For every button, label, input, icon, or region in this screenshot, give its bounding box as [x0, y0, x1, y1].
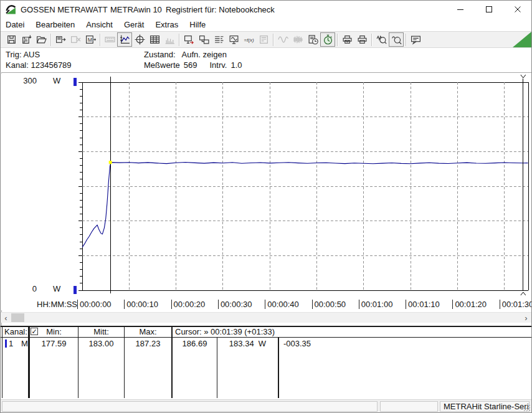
menu-ansicht[interactable]: Ansicht: [80, 19, 118, 31]
channel-color-marker-top: [74, 78, 77, 86]
app-window: GOSSEN METRAWATT METRAwin 10 Registriert…: [0, 0, 532, 413]
maximize-button[interactable]: [475, 1, 503, 18]
toolbar-button-xy-view[interactable]: [132, 32, 147, 47]
row-channel-flag: M: [21, 339, 28, 348]
toolbar-button-zoom-wave[interactable]: [374, 32, 389, 47]
horizontal-scrollbar[interactable]: ‹ ›: [1, 312, 531, 323]
toolbar-button-panel-meter[interactable]: [256, 32, 271, 47]
title-registration: Registriert für: Notebookcheck: [166, 5, 275, 14]
menu-hilfe[interactable]: Hilfe: [184, 19, 211, 31]
row-mitt-value: 183.00: [78, 339, 124, 348]
menu-bearbeiten[interactable]: Bearbeiten: [30, 19, 80, 31]
measurement-info-bar: Trig: AUS Kanal: 123456789 Zustand:Aufn.…: [1, 49, 531, 72]
stopwatch-icon: [323, 34, 333, 45]
status-bar: METRAHit Starline-Seri: [1, 399, 531, 412]
status-panel-main: [2, 401, 378, 412]
cursor-2-bottom-handle: [521, 292, 526, 295]
toolbar-button-table-view[interactable]: [147, 32, 162, 47]
device-transfer-icon: [199, 34, 209, 45]
toolbar-button-print[interactable]: [354, 32, 369, 47]
scroll-left-button[interactable]: ‹: [1, 313, 11, 323]
table-view-icon: [150, 34, 160, 45]
toolbar-button-sine-wave[interactable]: [275, 32, 290, 47]
toolbar-separator: [406, 34, 406, 46]
toolbar: M=f(x): [1, 31, 531, 48]
toolbar-button-save-as[interactable]: [19, 32, 34, 47]
toolbar-button-monitor[interactable]: [226, 32, 241, 47]
toolbar-button-open-folder[interactable]: [34, 32, 49, 47]
open-folder-icon: [36, 34, 47, 45]
stats-table: Kanal: ✓ Min: Mitt: Max: Cursor: » 00:01…: [1, 326, 531, 398]
toolbar-button-line-chart-view[interactable]: [117, 32, 132, 47]
messwerte-status: Meßwerte569Intrv.1.0: [144, 60, 242, 70]
chart-plot-area[interactable]: [1, 74, 531, 310]
bar-chart-view-icon: [164, 34, 175, 45]
close-button[interactable]: [503, 1, 531, 18]
formula-icon: =f(x): [244, 34, 254, 45]
header-min: Min:: [30, 327, 78, 336]
title-app-name: METRAwin 10: [110, 5, 162, 14]
title-bar: GOSSEN METRAWATT METRAwin 10 Registriert…: [1, 1, 531, 18]
minimize-button[interactable]: [446, 1, 474, 18]
trig-status: Trig: AUS: [6, 50, 40, 59]
channel-list-icon: [214, 34, 224, 45]
toolbar-button-time-record[interactable]: [305, 32, 320, 47]
svg-text:=f(x): =f(x): [244, 37, 254, 43]
row-delta-value: -003.35: [278, 339, 311, 348]
toolbar-button-stopwatch[interactable]: [320, 32, 335, 47]
panel-meter-icon: [259, 34, 269, 45]
resize-grip[interactable]: [523, 404, 531, 412]
y-axis-min-label: 0: [17, 284, 37, 293]
save-icon: [6, 34, 17, 45]
sine-wave-icon: [278, 34, 288, 45]
close-icon: [514, 6, 521, 13]
cursor-trace-marker: [109, 161, 112, 164]
y-axis-max-label: 300: [17, 76, 37, 85]
toolbar-button-zoom-mode[interactable]: [389, 32, 404, 47]
screen-copy-icon: [184, 34, 194, 45]
device-memory-icon: M: [85, 34, 96, 45]
channel-color-marker-bottom: [74, 286, 77, 294]
toolbar-button-device-memory[interactable]: M: [83, 32, 98, 47]
toolbar-button-screen-copy[interactable]: [181, 32, 196, 47]
time-record-icon: [308, 34, 318, 45]
toolbar-separator: [273, 34, 273, 46]
measurement-trace: [82, 163, 528, 248]
menu-geraet[interactable]: Gerät: [118, 19, 150, 31]
scrollbar-thumb[interactable]: [11, 313, 24, 322]
menu-extras[interactable]: Extras: [150, 19, 184, 31]
app-logo-icon: [6, 4, 16, 15]
toolbar-button-device-clear[interactable]: [68, 32, 83, 47]
scroll-right-icon: ›: [525, 313, 527, 323]
print-icon: [357, 34, 368, 45]
print-report-icon: [342, 34, 353, 45]
scroll-left-icon: ‹: [4, 313, 7, 323]
menu-datei[interactable]: Datei: [1, 19, 30, 31]
row-unit: W: [259, 339, 266, 348]
header-cursor-readout: Cursor: » 00:01:39 (+01:33): [175, 327, 275, 336]
toolbar-button-channel-list[interactable]: [211, 32, 226, 47]
x-tick-label: 00:00:40: [265, 300, 299, 309]
scroll-right-button[interactable]: ›: [521, 313, 531, 323]
header-kanal: Kanal:: [4, 327, 27, 336]
toolbar-separator: [50, 34, 51, 46]
toolbar-button-note[interactable]: [408, 32, 423, 47]
row-cursor-a-value: 186.69: [173, 339, 217, 348]
toolbar-button-device-transfer[interactable]: [196, 32, 211, 47]
toolbar-button-save[interactable]: [4, 32, 19, 47]
table-header-separator: [1, 337, 531, 338]
toolbar-button-lcd-display[interactable]: [102, 32, 117, 47]
toolbar-button-envelope-wave[interactable]: [290, 32, 305, 47]
toolbar-button-formula[interactable]: =f(x): [241, 32, 256, 47]
toolbar-separator: [371, 34, 372, 46]
minimize-icon: [457, 6, 464, 13]
row-max-value: 187.23: [125, 339, 171, 348]
x-tick-label: 00:01:20: [452, 300, 487, 309]
toolbar-button-print-report[interactable]: [340, 32, 354, 47]
toolbar-button-device-export[interactable]: [53, 32, 68, 47]
toolbar-button-bar-chart-view[interactable]: [162, 32, 177, 47]
x-tick-label: 00:00:50: [312, 300, 346, 309]
row-channel-color-bar: [5, 339, 7, 348]
svg-text:M: M: [87, 37, 92, 43]
status-panel-secondary: [380, 401, 438, 412]
